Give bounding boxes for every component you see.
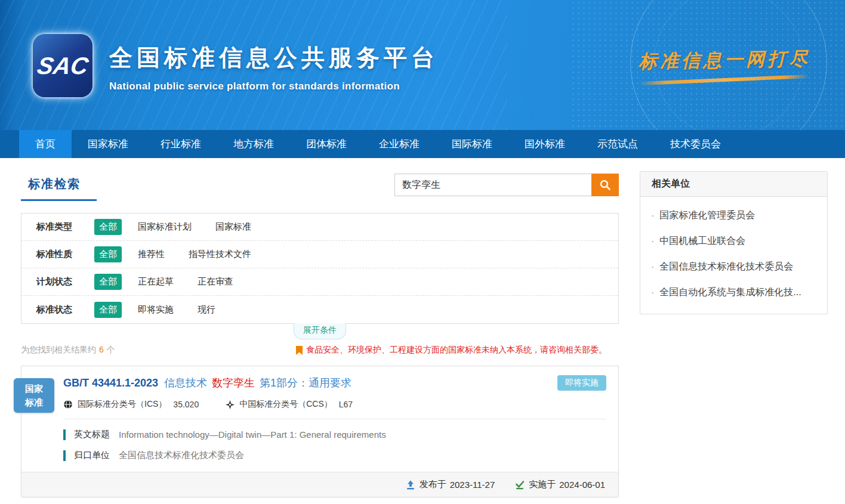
published-label: 发布于: [420, 479, 446, 490]
standard-type-badge: 国家 标准: [14, 378, 54, 413]
sidebar-item-label: 国家标准化管理委员会: [659, 209, 755, 222]
nav-item-foreign-standards[interactable]: 国外标准: [508, 130, 581, 158]
related-units-list: · 国家标准化管理委员会 · 中国机械工业联合会 · 全国信息技术标准化技术委员…: [640, 197, 827, 314]
filter-option[interactable]: 正在起草: [138, 276, 174, 287]
ccs-label: 中国标准分类号（CCS）: [239, 399, 332, 410]
card-title-row: GB/T 43441.1-2023信息技术数字孪生第1部分：通用要求 即将实施: [63, 375, 606, 391]
standard-title-link[interactable]: GB/T 43441.1-2023信息技术数字孪生第1部分：通用要求: [63, 376, 356, 390]
ics-value: 35.020: [173, 400, 199, 409]
search-button[interactable]: [591, 174, 619, 196]
header-slogan-text: 标准信息一网打尽: [639, 46, 811, 74]
filter-all-button[interactable]: 全部: [94, 219, 122, 235]
filter-label: 计划状态: [36, 276, 94, 287]
field-label: 英文标题: [74, 429, 110, 440]
implemented-date: 2024-06-01: [559, 480, 605, 490]
filter-label: 标准性质: [36, 249, 94, 260]
filter-option[interactable]: 正在审查: [198, 276, 233, 287]
status-badge: 即将实施: [557, 375, 606, 391]
field-value: 全国信息技术标准化技术委员会: [119, 450, 244, 461]
ccs-group: 中国标准分类号（CCS） L67: [226, 399, 353, 410]
filter-option[interactable]: 现行: [198, 304, 215, 316]
nav-item-enterprise-standards[interactable]: 企业标准: [363, 130, 436, 158]
section-title: 标准检索: [28, 176, 81, 192]
sidebar-item-label: 全国自动化系统与集成标准化技...: [659, 286, 801, 299]
standard-title-part1: 信息技术: [164, 377, 207, 389]
card-body: GB/T 43441.1-2023信息技术数字孪生第1部分：通用要求 即将实施 …: [21, 366, 618, 461]
system-notice: 食品安全、环境保护、工程建设方面的国家标准未纳入本系统，请咨询相关部委。: [296, 345, 619, 355]
results-summary-row: 为您找到相关结果约6个 食品安全、环境保护、工程建设方面的国家标准未纳入本系统，…: [21, 345, 619, 355]
main-nav: 首页 国家标准 行业标准 地方标准 团体标准 企业标准 国际标准 国外标准 示范…: [0, 130, 845, 158]
nav-item-group-standards[interactable]: 团体标准: [290, 130, 363, 158]
filter-label: 标准状态: [36, 304, 94, 316]
filter-option[interactable]: 推荐性: [138, 249, 165, 260]
implemented-label: 实施于: [529, 479, 556, 490]
result-card: 国家 标准 GB/T 43441.1-2023信息技术数字孪生第1部分：通用要求…: [21, 366, 619, 497]
bookmark-icon: [296, 346, 303, 355]
implemented-date-item: 实施于 2024-06-01: [515, 479, 605, 490]
ics-label: 国际标准分类号（ICS）: [78, 399, 166, 410]
related-units-panel: 相关单位 · 国家标准化管理委员会 · 中国机械工业联合会 · 全国信息技术标准…: [640, 171, 828, 314]
nav-item-pilot-demos[interactable]: 示范试点: [581, 130, 654, 158]
sidebar-item-machinery-federation[interactable]: · 中国机械工业联合会: [651, 228, 816, 254]
filter-all-button[interactable]: 全部: [94, 274, 122, 290]
expand-conditions-label: 展开条件: [303, 325, 337, 335]
nav-item-national-standards[interactable]: 国家标准: [72, 130, 144, 158]
filter-panel: 标准类型 全部 国家标准计划 国家标准 标准性质 全部 推荐性 指导性技术文件 …: [21, 213, 619, 324]
nav-item-home[interactable]: 首页: [19, 130, 72, 158]
list-bullet: ·: [651, 287, 654, 298]
search-box: [394, 174, 619, 196]
filter-all-button[interactable]: 全部: [94, 302, 122, 318]
filter-row-standard-nature: 标准性质 全部 推荐性 指导性技术文件: [21, 241, 618, 268]
expand-conditions-button[interactable]: 展开条件: [294, 323, 346, 339]
sac-logo[interactable]: SAC: [33, 34, 92, 97]
standard-title-part2: 第1部分：通用要求: [260, 377, 351, 389]
sidebar-item-automation-committee[interactable]: · 全国自动化系统与集成标准化技...: [651, 280, 816, 305]
nav-item-international-standards[interactable]: 国际标准: [436, 130, 508, 158]
header-slogan: 标准信息一网打尽: [639, 48, 810, 82]
result-count-suffix: 个: [107, 345, 115, 354]
sidebar-item-sac[interactable]: · 国家标准化管理委员会: [651, 203, 816, 228]
field-value: Information technology—Digital twin—Part…: [119, 429, 386, 440]
filter-all-button[interactable]: 全部: [94, 246, 122, 262]
nav-item-local-standards[interactable]: 地方标准: [217, 130, 290, 158]
standard-code: GB/T 43441.1-2023: [63, 377, 158, 389]
nav-item-technical-committees[interactable]: 技术委员会: [654, 130, 737, 158]
list-bullet: ·: [651, 262, 654, 273]
badge-line1: 国家: [25, 382, 43, 395]
field-row-english-title: 英文标题 Information technology—Digital twin…: [63, 429, 606, 440]
implement-check-icon: [515, 480, 525, 490]
sac-logo-text: SAC: [35, 52, 90, 79]
sidebar-item-label: 全国信息技术标准化技术委员会: [659, 261, 793, 273]
main-column: 标准检索 标准类型 全部 国家标准计划 国家标准 标准性质 全部: [21, 171, 619, 497]
card-divider: [63, 419, 606, 419]
card-meta-row: 国际标准分类号（ICS） 35.020 中国标准分类号（CCS） L67: [63, 399, 606, 410]
related-units-title: 相关单位: [640, 172, 827, 197]
list-bullet: ·: [651, 236, 654, 247]
badge-line2: 标准: [25, 395, 43, 409]
site-header: SAC 全国标准信息公共服务平台 National public service…: [0, 0, 845, 130]
globe-icon: [63, 400, 73, 409]
filter-row-standard-type: 标准类型 全部 国家标准计划 国家标准: [21, 214, 618, 241]
search-input[interactable]: [394, 174, 591, 196]
search-icon: [599, 179, 611, 191]
filter-option[interactable]: 国家标准: [215, 221, 251, 233]
filter-label: 标准类型: [36, 221, 94, 233]
sidebar-item-label: 中国机械工业联合会: [659, 235, 745, 248]
publish-upload-icon: [406, 480, 415, 490]
nav-item-industry-standards[interactable]: 行业标准: [144, 130, 217, 158]
result-count-prefix: 为您找到相关结果约: [21, 345, 96, 354]
site-title: 全国标准信息公共服务平台: [109, 42, 439, 74]
filter-option[interactable]: 指导性技术文件: [189, 249, 251, 260]
list-bullet: ·: [651, 211, 654, 221]
sidebar-item-it-standardization-committee[interactable]: · 全国信息技术标准化技术委员会: [651, 254, 816, 280]
search-section: 标准检索: [21, 171, 619, 211]
filter-option[interactable]: 国家标准计划: [138, 221, 192, 233]
page-content: 标准检索 标准类型 全部 国家标准计划 国家标准 标准性质 全部: [0, 158, 845, 497]
filter-row-plan-status: 计划状态 全部 正在起草 正在审查: [21, 268, 618, 296]
result-count-number: 6: [99, 345, 104, 354]
filter-option[interactable]: 即将实施: [138, 304, 174, 316]
field-label: 归口单位: [74, 450, 110, 461]
published-date: 2023-11-27: [450, 480, 495, 490]
filter-row-standard-status: 标准状态 全部 即将实施 现行: [21, 296, 618, 323]
result-count: 为您找到相关结果约6个: [21, 345, 115, 355]
